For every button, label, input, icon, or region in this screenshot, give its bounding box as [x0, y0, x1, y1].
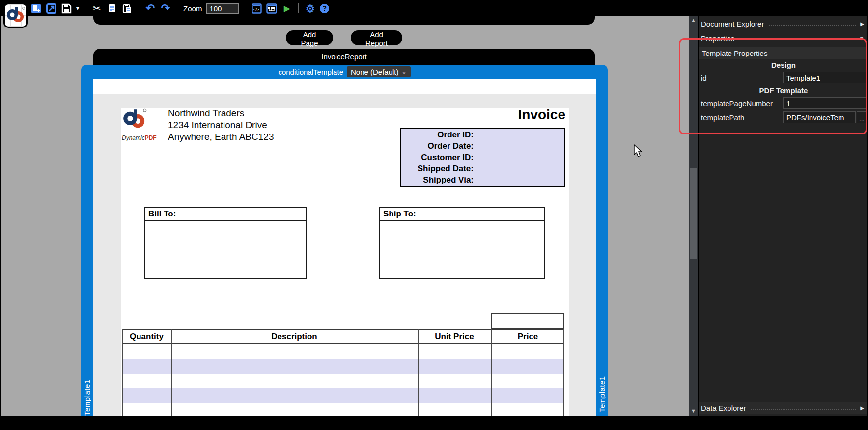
page-margin-band [93, 94, 596, 108]
property-row-id: id Template1 [699, 71, 868, 84]
page-margin-left [93, 108, 121, 416]
dotted-leader [739, 39, 855, 40]
company-address-line2: Anywhere, Earth ABC123 [168, 131, 274, 143]
previous-page-strip [93, 16, 595, 25]
code-view-icon-svg: </> [252, 3, 262, 14]
zoom-input[interactable] [206, 3, 239, 14]
table-row [122, 359, 564, 374]
vertical-scrollbar[interactable]: ▲ ▼ [689, 16, 698, 416]
run-icon[interactable]: ▶ [281, 3, 292, 14]
table-grid-line [171, 329, 172, 416]
new-document-icon[interactable] [30, 3, 41, 14]
copy-icon[interactable] [107, 3, 117, 14]
properties-header[interactable]: Properties ▼ [699, 32, 868, 45]
settings-gear-icon[interactable]: ⚙ [305, 3, 315, 14]
ship-to-label: Ship To: [380, 208, 544, 221]
template-page-number-label: templatePageNumber [701, 99, 773, 108]
browse-button[interactable]: ... [857, 111, 867, 123]
scrollbar-thumb[interactable] [690, 168, 697, 259]
price-total-box [491, 313, 564, 329]
order-field-label: Order Date: [401, 141, 474, 153]
table-grid-line [491, 329, 492, 416]
cut-icon[interactable]: ✂ [91, 3, 102, 14]
template-page[interactable]: DynamicPDF Northwind Traders 1234 Intern… [93, 79, 596, 416]
app-window: ▾ ✂ ↶ ↷ Zoom [0, 0, 868, 430]
toolbar-separator [139, 3, 139, 13]
zoom-label: Zoom [183, 4, 202, 13]
order-field-label: Customer ID: [401, 153, 474, 164]
chevron-right-icon: ▶ [860, 21, 864, 27]
table-row [122, 344, 564, 359]
design-group-label: Design [771, 61, 796, 69]
template-page-number-value[interactable]: 1 [783, 97, 867, 109]
column-header-description: Description [171, 330, 418, 343]
chevron-down-icon: ▼ [859, 36, 864, 41]
data-explorer-label: Data Explorer [701, 404, 746, 412]
order-field-label: Order ID: [401, 130, 474, 141]
chevron-right-icon: ▶ [860, 405, 864, 411]
properties-panel: Document Explorer ▶ Properties ▼ Templat… [699, 16, 868, 416]
brand-pdf: PDF [145, 134, 157, 141]
data-explorer-header[interactable]: Data Explorer ▶ [699, 402, 868, 414]
order-field-label: Shipped Date: [401, 164, 474, 175]
template-path-value[interactable]: PDFs/InvoiceTem [783, 111, 856, 123]
design-group-header: Design [699, 59, 868, 71]
id-property-value[interactable]: Template1 [783, 72, 867, 83]
toolbar-separator [85, 3, 85, 13]
conditional-template-value: None (Default) [351, 68, 399, 76]
table-grid-line [122, 329, 123, 416]
dotted-leader [751, 409, 857, 410]
items-table-header: Quantity Description Unit Price Price [122, 329, 564, 344]
column-header-unit-price: Unit Price [418, 330, 491, 343]
dynamicpdf-logo-icon [6, 6, 26, 25]
code-view-icon[interactable]: </> [251, 3, 262, 14]
svg-text:</>: </> [253, 7, 259, 12]
app-logo[interactable] [3, 3, 28, 28]
invoice-logo: DynamicPDF [122, 108, 157, 141]
bill-to-label: Bill To: [145, 208, 306, 221]
chevron-down-icon: ⌄ [402, 68, 407, 75]
column-header-quantity: Quantity [122, 330, 171, 343]
table-row [122, 374, 564, 388]
column-header-price: Price [491, 330, 564, 343]
dotted-leader [769, 25, 856, 26]
document-explorer-header[interactable]: Document Explorer ▶ [699, 17, 868, 30]
form-view-icon[interactable] [266, 3, 277, 14]
redo-icon[interactable]: ↷ [160, 3, 171, 14]
report-title-bar[interactable]: InvoiceReport [93, 49, 595, 65]
save-icon-svg [61, 3, 72, 14]
property-row-template-page-number: templatePageNumber 1 [699, 96, 868, 110]
save-dropdown-caret-icon[interactable]: ▾ [76, 5, 79, 11]
invoice-title: Invoice [437, 107, 565, 123]
toolbar-separator [245, 3, 245, 13]
add-page-button[interactable]: Add Page [286, 30, 333, 45]
paste-icon[interactable] [122, 3, 133, 14]
open-document-icon[interactable] [46, 3, 56, 14]
add-report-button[interactable]: Add Report [351, 30, 402, 45]
table-grid-line [563, 329, 564, 416]
paste-icon-svg [122, 3, 132, 13]
id-property-label: id [701, 74, 707, 82]
save-icon[interactable] [61, 3, 72, 14]
scroll-down-icon[interactable]: ▼ [689, 408, 698, 414]
toolbar-separator [298, 3, 299, 13]
page-margin-right [569, 108, 596, 416]
help-icon[interactable]: ? [320, 4, 329, 13]
order-field-label: Shipped Via: [401, 175, 474, 187]
company-name: Northwind Traders [168, 108, 274, 119]
table-row [122, 388, 564, 403]
template-properties-title-text: Template Properties [702, 49, 767, 57]
template-side-tab-right[interactable]: Template1 [598, 368, 606, 412]
dynamicpdf-logo-icon [122, 108, 147, 132]
table-grid-line [418, 329, 419, 416]
bottom-bar [1, 416, 867, 430]
template-side-tab-left[interactable]: Template1 [83, 372, 91, 416]
template-frame[interactable]: conditionalTemplate None (Default) ⌄ [81, 65, 608, 416]
conditional-template-select[interactable]: None (Default) ⌄ [347, 66, 411, 77]
company-address-line1: 1234 International Drive [168, 119, 274, 131]
order-info-box: Order ID: Order Date: Customer ID: Shipp… [400, 128, 565, 187]
undo-icon[interactable]: ↶ [145, 3, 156, 14]
ship-to-box: Ship To: [379, 207, 545, 279]
pdf-template-group-header: PDF Template [699, 84, 868, 96]
scroll-up-icon[interactable]: ▲ [689, 17, 698, 23]
